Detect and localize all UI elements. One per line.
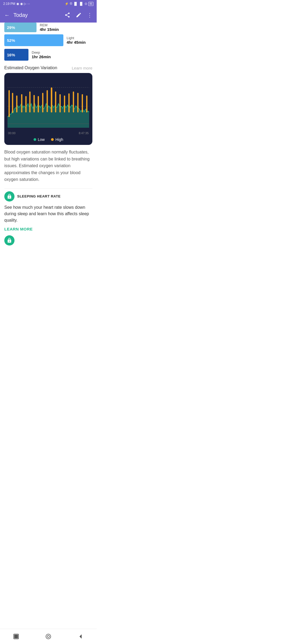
svg-rect-17 bbox=[64, 96, 65, 112]
deep-bar: 16% bbox=[4, 49, 28, 61]
deep-percent: 16% bbox=[7, 53, 15, 57]
svg-rect-16 bbox=[59, 94, 61, 112]
rem-bar: 29% bbox=[4, 23, 37, 32]
page-title: Today bbox=[13, 12, 61, 18]
oxygen-section-header: Estimated Oxygen Variation Learn more bbox=[4, 65, 92, 70]
deep-label-group: Deep 1hr 26min bbox=[32, 50, 51, 59]
svg-rect-19 bbox=[73, 92, 74, 112]
svg-rect-6 bbox=[16, 96, 17, 112]
deep-duration: 1hr 26min bbox=[32, 54, 51, 59]
svg-rect-22 bbox=[86, 96, 88, 112]
chart-time-end: 8:47:35 bbox=[79, 131, 89, 135]
sleeping-heart-rate-card: SLEEPING HEART RATE See how much your he… bbox=[4, 191, 92, 232]
low-label: Low bbox=[38, 137, 45, 142]
battery-label: 86 bbox=[88, 2, 93, 6]
play-icon: ▷ bbox=[24, 2, 26, 6]
bluetooth-icon: ⚡ bbox=[65, 2, 69, 6]
status-bar: 2:19 PM ◉ ◉ ▷ ··· ⚡ ® ▐▌ ▐▌ ⊙ 86 bbox=[0, 0, 97, 8]
svg-rect-14 bbox=[51, 87, 52, 112]
svg-rect-7 bbox=[21, 94, 23, 112]
top-bar-actions: ⋮ bbox=[64, 11, 93, 19]
rem-label: REM bbox=[40, 23, 59, 27]
oxygen-chart bbox=[8, 77, 89, 130]
svg-rect-8 bbox=[25, 96, 27, 112]
main-content: 29% REM 4hr 15min 52% Light 4hr 45min 16… bbox=[0, 23, 97, 267]
svg-rect-9 bbox=[29, 92, 31, 112]
back-button[interactable]: ← bbox=[4, 12, 10, 19]
svg-rect-18 bbox=[68, 93, 70, 112]
chart-legend: Low High bbox=[8, 137, 89, 142]
light-label-group: Light 4hr 45min bbox=[67, 36, 86, 45]
oxygen-description: Blood oxygen saturation normally fluctua… bbox=[4, 149, 92, 183]
svg-rect-5 bbox=[12, 93, 13, 113]
status-right: ⚡ ® ▐▌ ▐▌ ⊙ 86 bbox=[65, 2, 93, 6]
time-label: 2:19 PM bbox=[3, 2, 15, 6]
high-label: High bbox=[55, 137, 63, 142]
wifi-icon: ⊙ bbox=[85, 2, 87, 6]
dots-icon: ··· bbox=[27, 2, 30, 6]
chart-time-start: 00:00 bbox=[8, 131, 16, 135]
sleeping-heart-rate-header: SLEEPING HEART RATE bbox=[4, 191, 92, 202]
edit-button[interactable] bbox=[75, 12, 82, 19]
light-label: Light bbox=[67, 36, 86, 40]
svg-rect-10 bbox=[34, 95, 35, 112]
rem-percent: 29% bbox=[7, 25, 15, 30]
next-locked-card-partial bbox=[4, 235, 92, 246]
deep-label: Deep bbox=[32, 50, 51, 54]
oxygen-learn-more-link[interactable]: Learn more bbox=[72, 66, 92, 70]
oxygen-section-title: Estimated Oxygen Variation bbox=[4, 65, 57, 70]
status-left: 2:19 PM ◉ ◉ ▷ ··· bbox=[3, 2, 30, 6]
share-button[interactable] bbox=[64, 12, 71, 19]
top-bar: ← Today ⋮ bbox=[0, 8, 97, 23]
svg-marker-3 bbox=[8, 104, 89, 128]
light-bar: 52% bbox=[4, 34, 63, 46]
signal2-icon: ▐▌ bbox=[79, 2, 84, 6]
sleeping-heart-rate-learn-more[interactable]: LEARN MORE bbox=[4, 227, 33, 231]
legend-low: Low bbox=[34, 137, 45, 142]
svg-rect-13 bbox=[47, 90, 48, 112]
svg-rect-20 bbox=[77, 93, 79, 112]
light-bar-row: 52% Light 4hr 45min bbox=[4, 34, 92, 46]
svg-rect-15 bbox=[55, 92, 56, 112]
whatsapp2-icon: ◉ bbox=[20, 2, 23, 6]
next-lock-icon bbox=[4, 235, 15, 246]
whatsapp-icon: ◉ bbox=[16, 2, 19, 6]
sleeping-heart-rate-title: SLEEPING HEART RATE bbox=[17, 194, 61, 198]
chart-time-row: 00:00 8:47:35 bbox=[8, 131, 89, 135]
low-dot bbox=[34, 138, 36, 141]
sleeping-heart-rate-desc: See how much your heart rate slows down … bbox=[4, 204, 92, 224]
sleeping-heart-rate-lock-icon bbox=[4, 191, 15, 202]
rem-duration: 4hr 15min bbox=[40, 27, 59, 32]
svg-rect-21 bbox=[82, 94, 83, 112]
high-dot bbox=[51, 138, 54, 141]
more-button[interactable]: ⋮ bbox=[86, 11, 93, 19]
legend-high: High bbox=[51, 137, 63, 142]
signal1-icon: ▐▌ bbox=[73, 2, 78, 6]
light-percent: 52% bbox=[7, 38, 15, 43]
light-duration: 4hr 45min bbox=[67, 40, 86, 45]
section-divider bbox=[4, 188, 92, 189]
rem-bar-row-partial: 29% REM 4hr 15min bbox=[4, 23, 92, 32]
registered-icon: ® bbox=[70, 2, 72, 6]
oxygen-chart-container: 00:00 8:47:35 Low High bbox=[4, 73, 92, 145]
svg-rect-11 bbox=[38, 96, 39, 112]
svg-rect-4 bbox=[9, 90, 10, 117]
deep-bar-row: 16% Deep 1hr 26min bbox=[4, 49, 92, 61]
svg-rect-12 bbox=[42, 93, 44, 112]
